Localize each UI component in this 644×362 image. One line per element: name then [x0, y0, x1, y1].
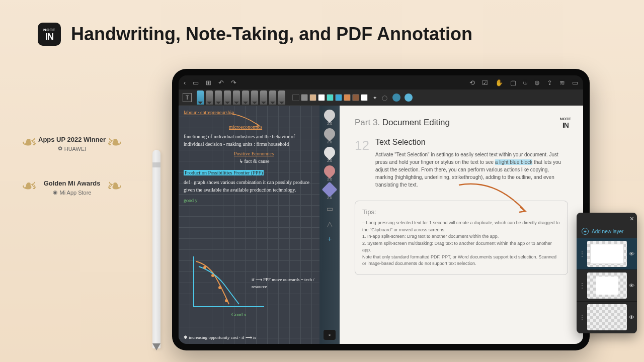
award-sub: ✿ HUAWEI: [38, 145, 106, 152]
pen-tool[interactable]: [215, 90, 222, 105]
pen-tool[interactable]: [233, 90, 240, 105]
tablet-device: ‹ ▭ ⊞ ↶ ↷ ⟲ ☑ ✋ ▢ ⟒ ⊕ ⇪ ≋ ▭ T: [172, 69, 590, 350]
layer-item[interactable]: ⋮ 👁: [577, 302, 637, 333]
layer-thumbnail: [587, 241, 627, 267]
visibility-icon[interactable]: 👁: [629, 283, 634, 289]
svg-point-2: [218, 286, 221, 289]
app-screen: ‹ ▭ ⊞ ↶ ↷ ⟲ ☑ ✋ ▢ ⟒ ⊕ ⇪ ≋ ▭ T: [179, 75, 583, 344]
visibility-icon[interactable]: 👁: [629, 314, 634, 320]
layer-menu-icon[interactable]: ⋮: [579, 250, 585, 257]
refresh-icon[interactable]: ⟲: [469, 79, 475, 86]
color-swatch[interactable]: [361, 94, 368, 101]
pen-tool[interactable]: [197, 90, 204, 105]
pen-tool[interactable]: [242, 90, 249, 105]
document-pane[interactable]: NOTE IN Part 3. Document Editing 12 Text…: [340, 106, 583, 344]
visibility-icon[interactable]: 👁: [629, 251, 634, 257]
redo-button[interactable]: ↷: [231, 79, 236, 86]
pen-tool[interactable]: [251, 90, 258, 105]
section-title: Text Selection: [375, 138, 568, 147]
pen-preset[interactable]: 2.0: [322, 147, 337, 162]
layers-panel: × + Add new layer ⋮ 👁 ⋮ 👁 ⋮ 👁: [577, 213, 637, 333]
pen-tool[interactable]: [260, 90, 267, 105]
laurel-icon: ❧: [21, 176, 37, 196]
view-grid-icon[interactable]: ⊞: [206, 79, 211, 86]
mode-toggle[interactable]: [405, 94, 413, 102]
headline: Handwriting, Note-Taking, and PDF Annota…: [71, 24, 472, 45]
svg-point-3: [225, 299, 228, 302]
layer-thumbnail: [587, 273, 627, 299]
mode-toggle[interactable]: [392, 94, 400, 102]
tips-body: – Long-pressing selected text for 1 seco…: [362, 220, 560, 267]
color-swatch[interactable]: [292, 94, 299, 101]
swatch-picker-icon[interactable]: ◯: [382, 95, 387, 101]
award-item: ❧ Golden Mi Awards ◉ Mi App Store ❧: [24, 179, 120, 196]
text-tool[interactable]: T: [183, 93, 192, 102]
pen-preset[interactable]: 2.0: [322, 165, 337, 181]
share-icon[interactable]: ⇪: [547, 79, 552, 86]
doc-body: Activate "Text Selection" in settings to…: [375, 151, 568, 189]
laurel-icon: ❧: [21, 133, 37, 152]
add-icon[interactable]: ⊕: [534, 79, 540, 86]
add-preset-icon[interactable]: +: [328, 235, 332, 243]
pen-tool[interactable]: [269, 90, 276, 105]
layer-thumbnail: [587, 304, 627, 330]
pen-toolbar: T ✦ ◯: [179, 89, 583, 106]
laurel-icon: ❧: [107, 133, 123, 152]
pen-sidebar: 2.0 2.0 2.0 2.0 2.0 ▭ △ + ×: [319, 106, 340, 344]
app-icon: NOTE IN: [38, 23, 61, 46]
add-layer-button[interactable]: + Add new layer: [577, 225, 637, 238]
tips-title: Tips:: [362, 208, 560, 216]
layers-close-button[interactable]: ×: [577, 213, 637, 225]
layer-menu-icon[interactable]: ⋮: [579, 314, 585, 321]
sidebar-close-button[interactable]: ×: [324, 330, 336, 340]
crop-icon[interactable]: ⟒: [523, 79, 527, 86]
layers-icon[interactable]: ≋: [559, 79, 565, 86]
layer-item[interactable]: ⋮ 👁: [577, 270, 637, 302]
award-title: Golden Mi Awards: [38, 179, 106, 187]
top-toolbar: ‹ ▭ ⊞ ↶ ↷ ⟲ ☑ ✋ ▢ ⟒ ⊕ ⇪ ≋ ▭: [179, 75, 583, 89]
app-icon-in: IN: [45, 32, 53, 41]
view-single-icon[interactable]: ▭: [193, 79, 199, 86]
award-sub: ◉ Mi App Store: [38, 189, 106, 196]
hand-icon[interactable]: ✋: [495, 79, 503, 86]
handwriting-canvas[interactable]: labour · entrepreneurship microeconomics…: [179, 106, 319, 344]
color-swatch[interactable]: [301, 94, 308, 101]
promo-header: NOTE IN Handwriting, Note-Taking, and PD…: [0, 0, 644, 46]
swatch-more-icon[interactable]: ✦: [373, 95, 377, 101]
color-swatch[interactable]: [327, 94, 334, 101]
svg-point-1: [211, 274, 214, 277]
doc-logo: NOTE IN: [560, 117, 571, 129]
layer-item[interactable]: ⋮ 👁: [577, 238, 637, 270]
back-button[interactable]: ‹: [184, 79, 186, 86]
image-icon[interactable]: ▢: [510, 79, 516, 86]
layer-menu-icon[interactable]: ⋮: [579, 282, 585, 289]
color-swatch[interactable]: [344, 94, 351, 101]
stylus-illustration: [152, 150, 160, 348]
color-swatches: [292, 94, 368, 101]
color-swatch[interactable]: [318, 94, 325, 101]
svg-point-0: [203, 266, 206, 269]
award-title: Apps UP 2022 Winner: [38, 136, 106, 143]
text-highlight: a light blue block: [495, 159, 533, 165]
panel-icon[interactable]: ▭: [572, 79, 578, 86]
doc-part: Part 3. Document Editing: [355, 118, 568, 128]
pen-preset[interactable]: 2.0: [322, 110, 337, 125]
undo-button[interactable]: ↶: [218, 79, 224, 86]
color-swatch[interactable]: [352, 94, 359, 101]
color-swatch[interactable]: [335, 94, 342, 101]
doc-section: 12 Text Selection Activate "Text Selecti…: [355, 138, 568, 189]
laurel-icon: ❧: [107, 176, 123, 196]
award-item: ❧ Apps UP 2022 Winner ✿ HUAWEI ❧: [24, 136, 120, 152]
color-swatch[interactable]: [309, 94, 316, 101]
section-number: 12: [355, 138, 369, 189]
pen-tool[interactable]: [224, 90, 231, 105]
eraser-icon[interactable]: ▭: [327, 205, 333, 213]
select-icon[interactable]: ☑: [482, 79, 488, 86]
shape-icon[interactable]: △: [327, 220, 333, 228]
tips-box: Tips: – Long-pressing selected text for …: [355, 201, 568, 275]
pen-preset[interactable]: 2.0: [322, 128, 337, 144]
pen-tool[interactable]: [206, 90, 213, 105]
pen-preset[interactable]: 2.0: [322, 184, 337, 200]
pen-tool[interactable]: [278, 90, 285, 105]
content-area: labour · entrepreneurship microeconomics…: [179, 106, 583, 344]
